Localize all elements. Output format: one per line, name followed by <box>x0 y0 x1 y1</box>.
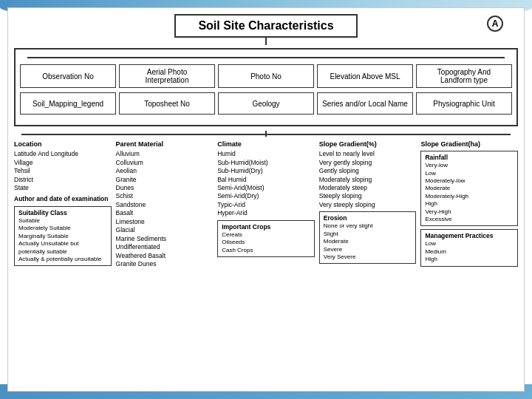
top-row: Observation No Aerial Photo Interpretati… <box>20 64 512 88</box>
management-title: Management Practices <box>425 232 514 240</box>
col-location-lines: Latitude And Longitude Village Tehsil Di… <box>14 150 112 192</box>
rainfall-box: Rainfall Very-low Low Moderately-low Mod… <box>420 151 518 226</box>
col-location-title: Location <box>14 140 112 149</box>
bottom-section: Location Latitude And Longitude Village … <box>14 140 518 269</box>
outer-box: Observation No Aerial Photo Interpretati… <box>14 48 518 126</box>
col-climate: Climate Humid Sub-Humid(Moist) Sub-Humid… <box>217 140 315 269</box>
erosion-box: Erosion None or very slight Slight Moder… <box>319 211 417 264</box>
box-topography: Topography And Landform type <box>416 64 512 88</box>
col-slope-pct-title: Slope Gradient(%) <box>319 140 417 149</box>
box-geology: Geology <box>218 92 314 115</box>
col-location: Location Latitude And Longitude Village … <box>14 140 112 269</box>
title-area: Soil Site Characteristics A <box>14 14 518 38</box>
col-parent-material: Parent Material Alluvium Colluvium Aeoli… <box>116 140 214 269</box>
second-row: Soil_Mapping_legend Toposheet No Geology… <box>20 92 512 115</box>
box-toposheet: Toposheet No <box>119 92 215 115</box>
management-practices-box: Management Practices Low Medium High <box>420 229 518 266</box>
author-date-label: Author and date of examination <box>14 195 112 203</box>
box-photo-no: Photo No <box>218 64 314 88</box>
important-crops-title: Important Crops <box>222 223 310 231</box>
col-slope-ha: Slope Gradient(ha) Rainfall Very-low Low… <box>420 140 518 269</box>
box-observation-no: Observation No <box>20 64 116 88</box>
box-series: Series and/or Local Name <box>317 92 413 115</box>
col-slope-ha-title: Slope Gradient(ha) <box>420 140 518 149</box>
box-aerial-photo: Aerial Photo Interpretation <box>119 64 215 88</box>
title-connector <box>265 38 267 45</box>
page-title: Soil Site Characteristics <box>198 19 333 32</box>
erosion-title: Erosion <box>324 214 412 222</box>
col-parent-material-title: Parent Material <box>116 140 214 149</box>
suitability-title: Suitability Class <box>18 209 107 217</box>
col-slope-pct: Slope Gradient(%) Level to nearly level … <box>319 140 417 269</box>
box-physiographic: Physiographic Unit <box>416 92 512 115</box>
badge-a: A <box>487 16 503 32</box>
rainfall-title: Rainfall <box>425 154 514 162</box>
box-elevation: Elevation Above MSL <box>317 64 413 88</box>
title-box: Soil Site Characteristics <box>174 14 357 38</box>
important-crops-box: Important Crops Cereals Oilseeds Cash Cr… <box>217 220 315 257</box>
box-soil-mapping: Soil_Mapping_legend <box>20 92 116 115</box>
main-container: Soil Site Characteristics A Observation … <box>7 7 525 392</box>
col-climate-title: Climate <box>217 140 315 149</box>
suitability-box: Suitability Class Suitable Moderately Su… <box>14 206 112 266</box>
